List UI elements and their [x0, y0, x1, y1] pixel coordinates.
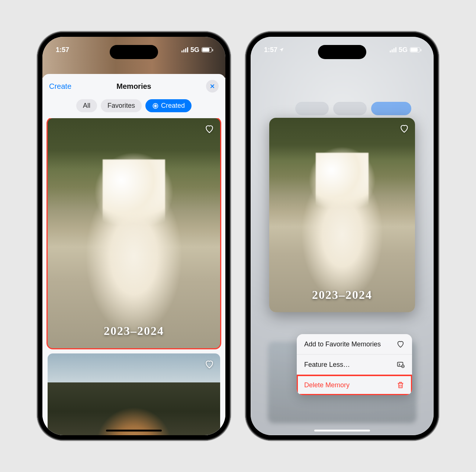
status-time: 1:57 [56, 46, 69, 54]
location-icon [279, 47, 284, 52]
filter-favorites[interactable]: Favorites [101, 99, 142, 112]
phone-frame-left: 1:57 5G Create Memories All Favorites [37, 32, 231, 440]
cellular-signal-icon [181, 47, 188, 52]
phone-screen-left: 1:57 5G Create Memories All Favorites [42, 37, 225, 435]
menu-add-favorite-label: Add to Favorite Memories [304, 340, 381, 348]
favorite-heart-icon[interactable] [205, 359, 214, 369]
network-label: 5G [190, 46, 199, 54]
network-label: 5G [399, 46, 408, 54]
blurred-filter-row [295, 102, 411, 115]
memory-thumbnail [48, 118, 220, 348]
close-icon [209, 83, 215, 89]
memories-sheet: Create Memories All Favorites Created 2 [42, 74, 225, 435]
filter-created-label: Created [161, 102, 185, 110]
battery-icon [202, 47, 212, 52]
memory-thumbnail [269, 118, 415, 312]
create-button[interactable]: Create [49, 82, 71, 91]
cards-scroll-area[interactable]: 2023–2024 [42, 118, 225, 435]
memory-card-title: 2023–2024 [269, 288, 415, 302]
feature-less-icon [396, 361, 405, 369]
favorite-heart-icon[interactable] [399, 124, 409, 133]
menu-feature-less[interactable]: Feature Less… [297, 355, 412, 375]
battery-icon [410, 47, 420, 52]
filter-created[interactable]: Created [145, 99, 192, 112]
favorite-heart-icon[interactable] [205, 124, 214, 134]
menu-delete-memory-label: Delete Memory [304, 381, 350, 389]
memory-card-title: 2023–2024 [48, 324, 220, 338]
cellular-signal-icon [390, 47, 396, 52]
phone-frame-right: 1:57 5G 2023–2024 Add to Favorite Memori… [245, 32, 439, 440]
status-time: 1:57 [264, 46, 277, 54]
memory-card-1[interactable]: 2023–2024 [48, 118, 220, 348]
dynamic-island [318, 45, 366, 59]
dynamic-island [110, 45, 158, 59]
heart-outline-icon [396, 340, 405, 348]
filter-all[interactable]: All [76, 99, 97, 112]
filter-row: All Favorites Created [42, 96, 225, 118]
phone-screen-right: 1:57 5G 2023–2024 Add to Favorite Memori… [251, 37, 434, 435]
close-button[interactable] [206, 80, 219, 93]
sparkle-icon [152, 103, 159, 109]
trash-icon [396, 381, 405, 389]
menu-add-favorite[interactable]: Add to Favorite Memories [297, 334, 412, 355]
context-menu: Add to Favorite Memories Feature Less… D… [297, 334, 412, 395]
memory-preview-card[interactable]: 2023–2024 [269, 118, 415, 312]
home-indicator[interactable] [106, 430, 162, 431]
memory-card-2[interactable] [48, 353, 220, 435]
home-indicator[interactable] [314, 430, 370, 431]
menu-delete-memory[interactable]: Delete Memory [297, 375, 412, 395]
menu-feature-less-label: Feature Less… [304, 361, 350, 369]
sheet-header: Create Memories [42, 74, 225, 96]
